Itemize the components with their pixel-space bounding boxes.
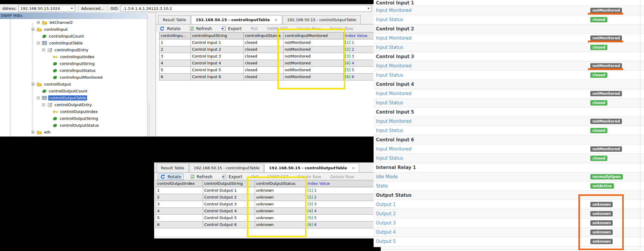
- status-link[interactable]: Input Monitored: [376, 8, 411, 13]
- tree-item-controlInputMonitored[interactable]: controlInputMonitored: [0, 74, 147, 81]
- collapse-icon[interactable]: [42, 103, 45, 106]
- refresh-button[interactable]: Refresh: [190, 174, 213, 179]
- table-cell[interactable]: [4] 4: [306, 208, 376, 215]
- tree-item-controlOutputEntry[interactable]: controlOutputEntry: [0, 101, 147, 108]
- table-cell[interactable]: notMonitored: [284, 46, 344, 53]
- table-row[interactable]: 5Control Input 5closednotMonitored[5] 5: [160, 67, 377, 74]
- status-link[interactable]: Input Monitored: [376, 63, 411, 69]
- table-cell[interactable]: Control Input 2: [191, 46, 244, 53]
- table-cell[interactable]: 3: [156, 201, 203, 208]
- table-cell[interactable]: Control Output 6: [203, 221, 255, 228]
- status-link[interactable]: State: [376, 183, 388, 189]
- index-link[interactable]: 4: [350, 61, 354, 65]
- index-link[interactable]: 5: [313, 216, 316, 220]
- table-cell[interactable]: Control Output 4: [203, 208, 255, 215]
- table-cell[interactable]: notMonitored: [284, 53, 344, 60]
- panel-divider[interactable]: [147, 15, 147, 137]
- status-link[interactable]: Input Status: [376, 128, 403, 133]
- tab-192-168-50-15-controloutputtable[interactable]: 192.168.50.15 - controlOutputTable×: [264, 163, 359, 172]
- index-link[interactable]: 1: [350, 40, 354, 45]
- table-cell[interactable]: Control Input 6: [191, 74, 244, 80]
- table-cell[interactable]: 4: [160, 60, 191, 67]
- table-cell[interactable]: Control Output 2: [203, 194, 255, 201]
- tree-item-controlOutput[interactable]: controlOutput: [0, 81, 147, 88]
- table-cell[interactable]: unknown: [255, 221, 306, 228]
- tree-item-label[interactable]: controlOutputString: [59, 116, 99, 121]
- table-cell[interactable]: 6: [156, 221, 203, 228]
- table-cell[interactable]: closed: [244, 46, 284, 53]
- tree-item-eth[interactable]: eth: [0, 129, 147, 136]
- tree-item-controlInput[interactable]: controlInput: [0, 26, 147, 33]
- tree-item-label[interactable]: controlOutputCount: [48, 89, 88, 94]
- tree-item-controlInputTable[interactable]: controlInputTable: [0, 40, 147, 47]
- index-link[interactable]: 6: [313, 222, 316, 227]
- close-icon[interactable]: ×: [352, 166, 355, 170]
- collapse-icon[interactable]: [37, 97, 40, 99]
- tree-scrollbar[interactable]: [149, 103, 149, 137]
- table-cell[interactable]: unknown: [255, 215, 306, 221]
- chevron-down-icon[interactable]: [71, 8, 73, 9]
- column-header-controloutputindex[interactable]: controlOutputIndex: [156, 180, 203, 187]
- tree-item-controlOutputStatus[interactable]: controlOutputStatus: [0, 122, 147, 129]
- index-link[interactable]: 2: [313, 195, 316, 199]
- table-cell[interactable]: [3] 3: [306, 201, 376, 208]
- tree-item-label[interactable]: controlInputStatus: [59, 68, 96, 73]
- table-cell[interactable]: [2] 2: [306, 194, 376, 201]
- table-cell[interactable]: closed: [244, 74, 284, 80]
- table-row[interactable]: 1Control Output 1unknown[1] 1: [156, 187, 376, 194]
- table-cell[interactable]: Control Input 1: [191, 39, 244, 46]
- tree-item-controlOutputTable[interactable]: controlOutputTable: [0, 94, 147, 101]
- index-link[interactable]: 5: [350, 68, 354, 72]
- status-link[interactable]: Input Monitored: [376, 119, 411, 124]
- status-link[interactable]: Input Monitored: [376, 91, 411, 96]
- tree-item-label[interactable]: controlInputCount: [48, 34, 85, 39]
- table-cell[interactable]: [6] 6: [344, 74, 377, 80]
- tab-result-table[interactable]: Result Table: [157, 163, 189, 172]
- tab-192-168-50-15-controlinputtable[interactable]: 192.168.50.15 - controlInputTable×: [191, 15, 282, 24]
- status-link[interactable]: Output 2: [376, 211, 396, 216]
- tree-item-label[interactable]: controlOutputStatus: [59, 123, 100, 128]
- table-cell[interactable]: Control Output 1: [203, 187, 255, 194]
- table-cell[interactable]: [5] 5: [306, 215, 376, 221]
- expand-icon[interactable]: [37, 21, 40, 24]
- tree-item-controlInputIndex[interactable]: controlInputIndex: [0, 53, 147, 60]
- status-link[interactable]: Input Status: [376, 45, 403, 50]
- tree-item-label[interactable]: controlInputMonitored: [59, 75, 103, 80]
- table-cell[interactable]: [5] 5: [344, 67, 377, 74]
- column-header-controloutputstatus[interactable]: controlOutputStatus: [255, 180, 306, 187]
- refresh-button[interactable]: Refresh: [190, 26, 212, 31]
- tree-item-controlOutputIndex[interactable]: controlOutputIndex: [0, 108, 147, 115]
- status-link[interactable]: Input Status: [376, 17, 403, 22]
- table-cell[interactable]: Control Input 4: [191, 60, 244, 67]
- column-header-controlinpu[interactable]: controlInpu...: [160, 32, 191, 39]
- table-row[interactable]: 6Control Output 6unknown[6] 6: [156, 221, 376, 228]
- table-cell[interactable]: Control Output 3: [203, 201, 255, 208]
- tree-item-label[interactable]: controlInputString: [59, 61, 96, 66]
- index-link[interactable]: 4: [313, 209, 316, 213]
- table-row[interactable]: 2Control Input 2closednotMonitored[2] 2: [160, 46, 377, 53]
- table-cell[interactable]: closed: [244, 67, 284, 74]
- table-cell[interactable]: 2: [156, 194, 203, 201]
- table-cell[interactable]: 6: [160, 74, 191, 80]
- table-cell[interactable]: [4] 4: [344, 60, 377, 67]
- table-cell[interactable]: Control Output 5: [203, 215, 255, 221]
- tree-item-controlInputCount[interactable]: controlInputCount: [0, 33, 147, 40]
- status-link[interactable]: Input Monitored: [376, 146, 411, 152]
- table-cell[interactable]: Control Input 3: [191, 53, 244, 60]
- table-cell[interactable]: [6] 6: [306, 221, 376, 228]
- tree-item-label[interactable]: controlInput: [43, 27, 69, 32]
- table-cell[interactable]: closed: [244, 53, 284, 60]
- table-row[interactable]: 4Control Output 4unknown[4] 4: [156, 208, 376, 215]
- tree-item-label[interactable]: eth: [43, 130, 51, 135]
- tree-item-controlInputStatus[interactable]: controlInputStatus: [0, 67, 147, 74]
- export-button[interactable]: Export: [222, 174, 242, 179]
- tree-item-letChannel2[interactable]: letChannel2: [0, 19, 147, 26]
- column-header-indexvalue[interactable]: Index Value: [344, 32, 377, 39]
- table-cell[interactable]: notMonitored: [284, 74, 344, 80]
- chevron-down-icon[interactable]: [367, 8, 370, 9]
- status-link[interactable]: Input Status: [376, 156, 403, 161]
- table-row[interactable]: 6Control Input 6closednotMonitored[6] 6: [160, 74, 377, 80]
- index-link[interactable]: 2: [350, 47, 354, 52]
- tree-item-controlInputString[interactable]: controlInputString: [0, 60, 147, 67]
- table-row[interactable]: 3Control Input 3closednotMonitored[3] 3: [160, 53, 377, 60]
